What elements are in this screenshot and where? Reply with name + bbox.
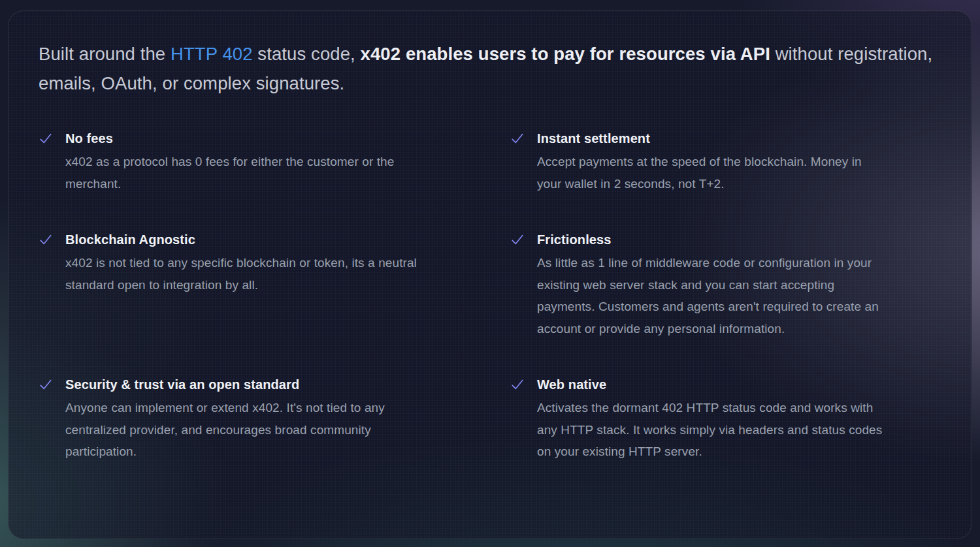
feature-title: Frictionless — [537, 230, 889, 249]
check-icon — [510, 377, 525, 392]
feature-title: Blockchain Agnostic — [65, 230, 417, 249]
feature-text: Instant settlement Accept payments at th… — [537, 129, 889, 195]
feature-description: x402 is not tied to any specific blockch… — [65, 252, 417, 296]
feature-no-fees: No fees x402 as a protocol has 0 fees fo… — [39, 129, 470, 195]
feature-description: Anyone can implement or extend x402. It'… — [65, 397, 417, 463]
feature-title: Instant settlement — [537, 129, 889, 148]
feature-frictionless: Frictionless As little as 1 line of midd… — [510, 230, 941, 339]
feature-text: Frictionless As little as 1 line of midd… — [537, 230, 889, 339]
check-icon — [510, 131, 525, 146]
feature-blockchain-agnostic: Blockchain Agnostic x402 is not tied to … — [39, 230, 470, 339]
intro-highlight: x402 enables users to pay for resources … — [361, 44, 770, 64]
check-icon — [39, 377, 53, 392]
intro-paragraph: Built around the HTTP 402 status code, x… — [39, 39, 941, 98]
feature-text: Security & trust via an open standard An… — [65, 375, 417, 463]
feature-web-native: Web native Activates the dormant 402 HTT… — [510, 375, 941, 463]
feature-text: Web native Activates the dormant 402 HTT… — [537, 375, 889, 463]
feature-description: Activates the dormant 402 HTTP status co… — [537, 397, 889, 463]
intro-text: status code, — [253, 44, 361, 64]
feature-text: Blockchain Agnostic x402 is not tied to … — [65, 230, 417, 296]
page-background: Built around the HTTP 402 status code, x… — [0, 0, 980, 547]
features-card: Built around the HTTP 402 status code, x… — [8, 10, 972, 539]
feature-title: Security & trust via an open standard — [65, 375, 417, 394]
http-402-link[interactable]: HTTP 402 — [171, 44, 253, 64]
intro-text: Built around the — [39, 44, 171, 64]
feature-title: Web native — [537, 375, 889, 394]
feature-description: Accept payments at the speed of the bloc… — [537, 151, 889, 195]
check-icon — [39, 131, 53, 146]
card-content: Built around the HTTP 402 status code, x… — [39, 39, 941, 463]
feature-instant-settlement: Instant settlement Accept payments at th… — [510, 129, 941, 195]
feature-description: As little as 1 line of middleware code o… — [537, 252, 889, 339]
feature-description: x402 as a protocol has 0 fees for either… — [65, 151, 417, 195]
features-grid: No fees x402 as a protocol has 0 fees fo… — [39, 129, 941, 463]
feature-security-open-standard: Security & trust via an open standard An… — [39, 375, 470, 463]
check-icon — [39, 232, 53, 247]
feature-title: No fees — [65, 129, 417, 148]
feature-text: No fees x402 as a protocol has 0 fees fo… — [65, 129, 417, 195]
check-icon — [510, 232, 525, 247]
